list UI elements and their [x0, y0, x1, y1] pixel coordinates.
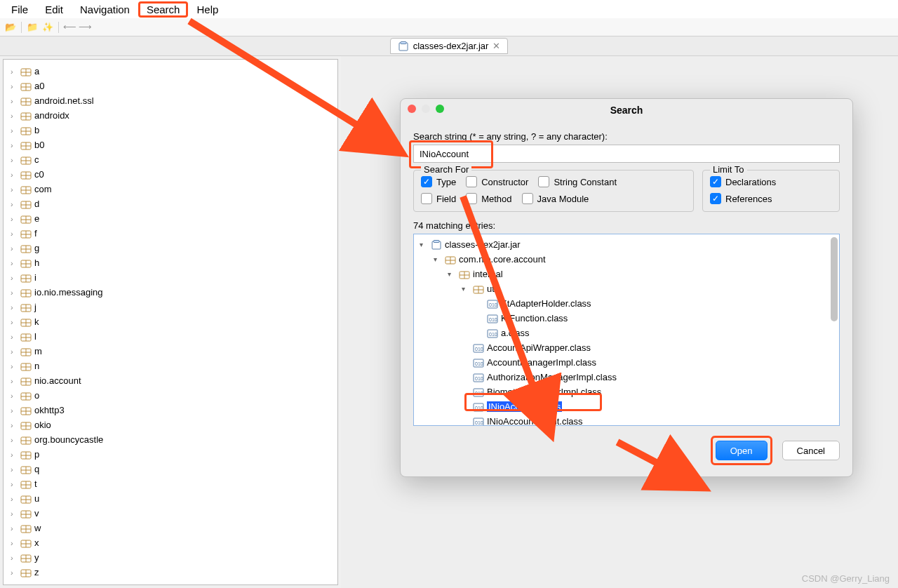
chevron-right-icon: ›: [11, 480, 18, 488]
chevron-right-icon: ›: [11, 185, 18, 194]
tree-row[interactable]: ›com: [6, 182, 335, 196]
package-icon: [20, 302, 32, 312]
checkbox-references[interactable]: ✓References: [710, 193, 832, 204]
menu-help[interactable]: Help: [188, 1, 227, 18]
tree-item-label: d: [34, 199, 39, 209]
tree-row[interactable]: ›androidx: [6, 108, 335, 123]
result-file[interactable]: AccountApiWrapper.class: [415, 340, 838, 355]
tree-row[interactable]: ›okio: [6, 417, 335, 432]
cancel-button[interactable]: Cancel: [782, 441, 840, 460]
tree-row[interactable]: ›c: [6, 152, 335, 167]
tree-row[interactable]: ›u: [6, 491, 335, 506]
open-file-icon[interactable]: 📂: [4, 21, 17, 34]
result-file[interactable]: INioAccountClient.class: [415, 414, 838, 426]
tree-row[interactable]: ›f: [6, 226, 335, 241]
result-file[interactable]: INioAccount.class: [415, 399, 838, 414]
chevron-right-icon: ›: [11, 303, 18, 312]
package-icon: [20, 553, 32, 563]
checkbox-method[interactable]: Method: [466, 193, 511, 204]
result-file[interactable]: BiometricManagerImpl.class: [415, 385, 838, 399]
tree-row[interactable]: ›g: [6, 241, 335, 255]
tree-row[interactable]: ›m: [6, 344, 335, 359]
result-pkg[interactable]: util: [487, 283, 499, 294]
tree-row[interactable]: ›c0: [6, 167, 335, 182]
tree-row[interactable]: ›j: [6, 300, 335, 314]
checkbox-type[interactable]: ✓Type: [421, 176, 456, 187]
tree-row[interactable]: ›i: [6, 270, 335, 285]
result-file[interactable]: KtFunction.class: [415, 311, 838, 326]
tree-row[interactable]: ›a: [6, 64, 335, 79]
menu-edit[interactable]: Edit: [36, 1, 72, 18]
open-button[interactable]: Open: [716, 441, 768, 460]
editor-tab[interactable]: classes-dex2jar.jar ✕: [390, 38, 509, 54]
nav-back-icon[interactable]: ⟵: [63, 21, 76, 34]
tree-row[interactable]: ›a0: [6, 79, 335, 93]
class-file-icon: [473, 417, 484, 427]
tree-row[interactable]: ›d: [6, 196, 335, 211]
search-input[interactable]: [413, 145, 840, 163]
tree-item-label: p: [34, 449, 39, 460]
tree-row[interactable]: ›w: [6, 521, 335, 535]
open-folder-icon[interactable]: 📁: [26, 21, 39, 34]
tree-row[interactable]: ›okhttp3: [6, 403, 335, 417]
checkbox-field[interactable]: Field: [421, 193, 456, 204]
window-zoom-icon[interactable]: [436, 105, 444, 113]
tree-row[interactable]: ›t: [6, 476, 335, 491]
result-root[interactable]: classes-dex2jar.jar: [445, 239, 521, 250]
result-file[interactable]: KtAdapterHolder.class: [415, 296, 838, 311]
result-file-label: KtFunction.class: [501, 313, 568, 323]
menu-file[interactable]: File: [3, 1, 36, 18]
chevron-right-icon: ›: [11, 362, 18, 370]
package-icon: [20, 332, 32, 342]
result-file[interactable]: AuthorizationManagerImpl.class: [415, 370, 838, 385]
tree-row[interactable]: ›y: [6, 550, 335, 565]
wizard-icon[interactable]: ✨: [41, 21, 54, 34]
checkbox-constructor[interactable]: Constructor: [466, 176, 528, 187]
tree-row[interactable]: ›n: [6, 359, 335, 373]
package-tree[interactable]: ›a›a0›android.net.ssl›androidx›b›b0›c›c0…: [3, 59, 338, 585]
scrollbar-thumb[interactable]: [831, 237, 838, 321]
menu-search[interactable]: Search: [138, 1, 189, 18]
chevron-right-icon: ›: [11, 67, 18, 76]
tree-row[interactable]: ›b: [6, 123, 335, 138]
tree-row[interactable]: ›o: [6, 388, 335, 403]
chevron-right-icon: ›: [11, 568, 18, 577]
tree-row[interactable]: ›z: [6, 565, 335, 580]
menu-navigation[interactable]: Navigation: [72, 1, 138, 18]
checkbox-icon: [522, 193, 533, 204]
tree-row[interactable]: ›x: [6, 535, 335, 550]
tree-row[interactable]: ›b0: [6, 138, 335, 152]
package-icon: [20, 523, 32, 533]
checkbox-java-module[interactable]: Java Module: [522, 193, 589, 204]
checkbox-string-constant[interactable]: String Constant: [538, 176, 617, 187]
tree-row[interactable]: ›android.net.ssl: [6, 93, 335, 108]
nav-forward-icon[interactable]: ⟶: [79, 21, 91, 34]
search-results[interactable]: ▾classes-dex2jar.jar ▾com.nio.core.accou…: [413, 234, 840, 426]
tree-row[interactable]: ›e: [6, 211, 335, 226]
tree-row[interactable]: ›io.nio.messaging: [6, 285, 335, 300]
toolbar: 📂 📁 ✨ ⟵ ⟶: [0, 18, 898, 36]
class-file-icon: [473, 373, 484, 382]
close-icon[interactable]: ✕: [492, 41, 500, 51]
result-file[interactable]: AccountManagerImpl.class: [415, 355, 838, 370]
chevron-right-icon: ›: [11, 82, 18, 91]
tree-item-label: j: [34, 302, 36, 312]
dialog-titlebar[interactable]: Search: [401, 99, 852, 121]
tree-row[interactable]: ›org.bouncycastle: [6, 432, 335, 447]
tree-row[interactable]: ›h: [6, 255, 335, 270]
chevron-right-icon: ›: [11, 495, 18, 503]
tree-row[interactable]: ›v: [6, 506, 335, 521]
result-pkg[interactable]: com.nio.core.account: [459, 254, 546, 265]
checkbox-declarations[interactable]: ✓Declarations: [710, 176, 832, 187]
window-close-icon[interactable]: [408, 105, 416, 113]
package-icon: [20, 126, 32, 135]
tree-row[interactable]: ›q: [6, 462, 335, 476]
tree-row[interactable]: ›nio.account: [6, 373, 335, 388]
result-file[interactable]: a.class: [415, 326, 838, 340]
checkbox-label: Method: [481, 194, 511, 204]
search-field-label: Search string (* = any string, ? = any c…: [413, 131, 840, 142]
tree-row[interactable]: ›k: [6, 314, 335, 329]
tree-row[interactable]: ›l: [6, 329, 335, 344]
tree-row[interactable]: ›p: [6, 447, 335, 462]
result-pkg[interactable]: internal: [473, 269, 503, 279]
